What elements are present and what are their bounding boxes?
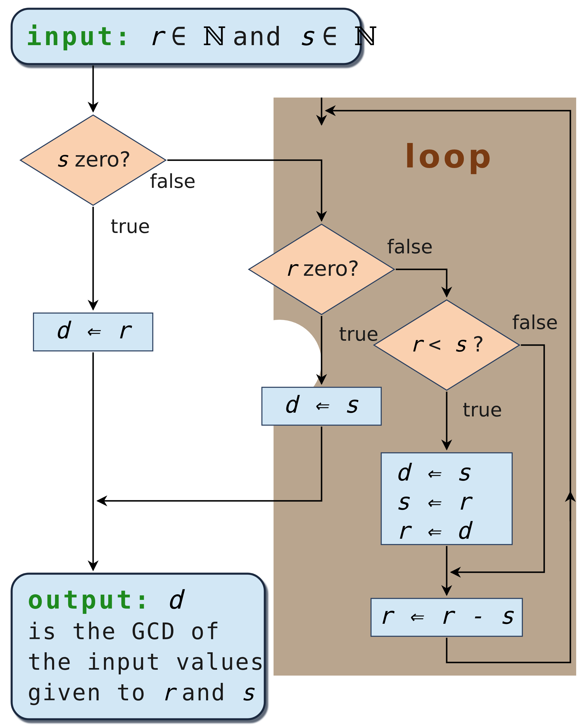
gcd-flowchart: loop input: r ∈ ℕ and s ∈ ℕ s zero? true… [0, 0, 582, 728]
output-keyword: output: [28, 585, 152, 615]
output-node: output: d is the GCD of the input values… [11, 574, 265, 719]
svg-text:r ⇐ d: r ⇐ d [396, 517, 473, 544]
svg-text:is the GCD of: is the GCD of [28, 618, 220, 644]
svg-text:s ⇐ r: s ⇐ r [396, 488, 473, 515]
label-rls-false: false [512, 311, 558, 334]
label-szero-true: true [111, 215, 150, 238]
process-d-gets-r: d ⇐ r [33, 313, 153, 351]
svg-text:s
       zero?: s zero? [56, 147, 131, 172]
svg-text:r ⇐ r - s: r ⇐ r - s [378, 602, 515, 629]
label-szero-false: false [150, 170, 196, 192]
input-keyword: input: [26, 21, 133, 51]
svg-text:given to 
      r
       and 
: given to r and s [28, 679, 256, 706]
svg-text:d ⇐ s: d ⇐ s [396, 459, 472, 486]
process-r-sub-s: r ⇐ r - s [371, 598, 522, 636]
svg-text:input:
      r
       ∈ 
     : input: r ∈ ℕ and s ∈ ℕ [26, 21, 378, 51]
svg-text:d ⇐ r: d ⇐ r [55, 317, 132, 344]
svg-text:the input values: the input values [28, 649, 265, 675]
process-swap: d ⇐ s s ⇐ r r ⇐ d [381, 453, 512, 545]
svg-text:r
       < 
      s
       ?: r < s ? [410, 332, 484, 357]
loop-label: loop [405, 138, 494, 175]
label-rzero-true: true [339, 323, 378, 345]
input-node: input: r ∈ ℕ and s ∈ ℕ [11, 9, 378, 64]
svg-text:d ⇐ s: d ⇐ s [284, 391, 360, 418]
decision-s-zero: s zero? [20, 115, 166, 205]
label-rzero-false: false [387, 236, 433, 258]
loop-region [274, 98, 576, 676]
process-d-gets-s: d ⇐ s [262, 387, 381, 425]
label-rls-true: true [463, 399, 502, 421]
svg-text:r
       zero?: r zero? [284, 256, 359, 281]
